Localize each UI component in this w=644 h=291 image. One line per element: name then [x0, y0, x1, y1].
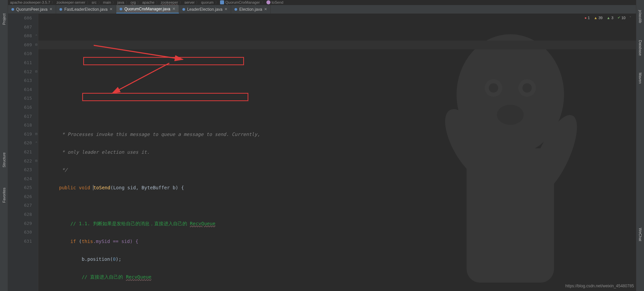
- java-class-icon: [120, 8, 122, 10]
- bc-item[interactable]: toSend: [272, 0, 284, 4]
- annotation-arrow: [109, 61, 176, 95]
- typo-count: 3: [611, 16, 613, 20]
- bc-item[interactable]: org: [131, 0, 136, 4]
- tab-election[interactable]: Election.java✕: [231, 5, 271, 13]
- java-class-icon: [11, 8, 14, 11]
- editor[interactable]: 606607 608 ⌃ 609 ⊟ 610611 612 ⊟ 61361461…: [8, 14, 636, 291]
- bc-item[interactable]: QuorumCnxManager: [225, 0, 260, 4]
- close-icon[interactable]: ✕: [224, 7, 227, 11]
- bc-item[interactable]: quorum: [201, 0, 213, 4]
- tab-leader-election[interactable]: LeaderElection.java✕: [179, 5, 231, 13]
- tab-label: QuorumCnxManager.java: [124, 7, 170, 11]
- tool-jclasslib[interactable]: jclasslib: [638, 10, 642, 23]
- tab-quorum-cnx-manager[interactable]: QuorumCnxManager.java✕: [116, 5, 179, 13]
- gutter[interactable]: 606607 608 ⌃ 609 ⊟ 610611 612 ⊟ 61361461…: [8, 14, 38, 291]
- left-tool-strip: Project Structure Favorites: [0, 0, 8, 291]
- chevron-down-icon[interactable]: ˅: [630, 16, 631, 19]
- bc-item[interactable]: zookeeper-server: [56, 0, 85, 4]
- fold-icon[interactable]: ⊟: [35, 40, 37, 49]
- watermark: https://blog.csdn.net/weixin_45480785: [565, 284, 634, 288]
- annotation-box: [83, 57, 244, 65]
- fold-icon[interactable]: ⊟: [35, 156, 37, 165]
- svg-line-10: [112, 63, 169, 93]
- bc-item[interactable]: java: [117, 0, 124, 4]
- fold-end-icon[interactable]: ⌃: [35, 32, 37, 41]
- tool-structure[interactable]: Structure: [2, 152, 6, 167]
- java-class-icon: [59, 8, 62, 11]
- tab-label: LeaderElection.java: [187, 7, 222, 12]
- java-class-icon: [182, 8, 185, 11]
- class-icon: [220, 0, 224, 4]
- tool-maven[interactable]: Maven: [638, 72, 642, 84]
- tab-fast-leader-election[interactable]: FastLeaderElection.java✕: [56, 5, 116, 13]
- bc-item[interactable]: apache: [142, 0, 154, 4]
- ok-count: 10: [621, 16, 626, 20]
- close-icon[interactable]: ✕: [172, 7, 175, 11]
- bc-item[interactable]: server: [184, 0, 195, 4]
- ok-icon: ✔: [617, 15, 620, 20]
- close-icon[interactable]: ✕: [264, 7, 267, 11]
- tool-project[interactable]: Project: [2, 13, 6, 25]
- breadcrumb: apache-zookeeper-3.5.7〉 zookeeper-server…: [8, 0, 283, 5]
- fold-icon[interactable]: ⊟: [35, 67, 37, 76]
- fold-icon[interactable]: ⊟: [35, 130, 37, 139]
- error-icon: ●: [585, 16, 587, 20]
- warning-count: 39: [598, 16, 602, 20]
- close-icon[interactable]: ✕: [110, 7, 113, 11]
- bc-item[interactable]: zookeeper: [161, 0, 178, 4]
- code-area[interactable]: * Processes invoke this message to queue…: [38, 14, 636, 291]
- error-count: 1: [588, 16, 590, 20]
- warning-icon: ▲: [594, 16, 598, 20]
- method-icon: [266, 0, 270, 4]
- fold-end-icon[interactable]: ⌃: [35, 139, 37, 148]
- bc-item[interactable]: apache-zookeeper-3.5.7: [10, 0, 50, 4]
- tool-wechat[interactable]: WeChat: [638, 228, 642, 241]
- annotation-box: [82, 93, 248, 101]
- close-icon[interactable]: ✕: [49, 7, 52, 11]
- tool-database[interactable]: Database: [638, 40, 642, 56]
- tool-favorites[interactable]: Favorites: [2, 188, 6, 203]
- tab-label: QuorumPeer.java: [16, 7, 47, 12]
- inspection-status[interactable]: ●1 ▲39 ▲3 ✔10 ˅: [585, 15, 631, 20]
- bc-item[interactable]: src: [92, 0, 97, 4]
- java-class-icon: [234, 8, 237, 11]
- bc-item[interactable]: main: [103, 0, 111, 4]
- tab-label: FastLeaderElection.java: [64, 7, 108, 12]
- tab-quorum-peer[interactable]: QuorumPeer.java✕: [8, 5, 56, 13]
- right-tool-strip: jclasslib Database Maven WeChat: [636, 0, 644, 291]
- typo-icon: ▲: [607, 16, 610, 20]
- editor-tabs: QuorumPeer.java✕ FastLeaderElection.java…: [8, 5, 636, 14]
- tab-label: Election.java: [239, 7, 262, 12]
